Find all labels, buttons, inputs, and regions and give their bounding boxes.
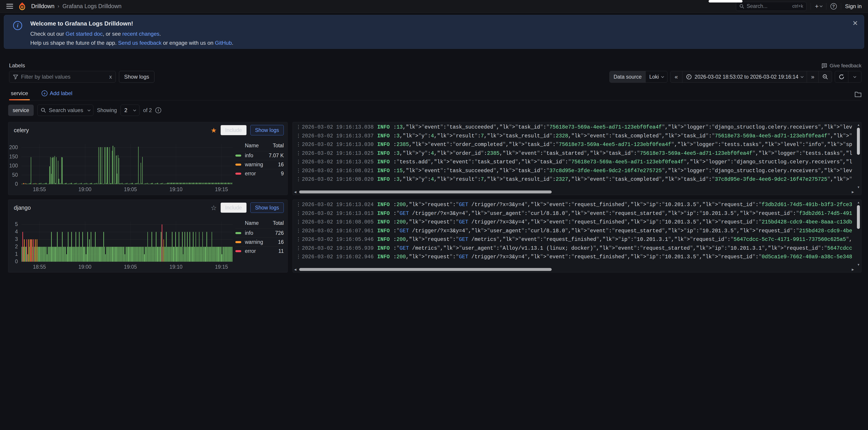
chart-bar (174, 183, 174, 184)
scroll-right-icon[interactable]: ▶ (852, 190, 855, 194)
log-line[interactable]: ⋮2026-03-02 19:16:13.024INFO{"lk">"code"… (296, 202, 852, 210)
time-range-picker[interactable]: 2026-03-02 18:53:02 to 2026-03-02 19:16:… (682, 71, 807, 82)
close-icon[interactable]: ✕ (852, 19, 858, 27)
log-line[interactable]: ⋮2026-03-02 19:16:13.037INFO{"lk">"x": 3… (296, 133, 852, 142)
log-volume-chart[interactable] (22, 222, 232, 262)
time-shift-forward-button[interactable]: » (807, 71, 818, 82)
search-values-select[interactable]: Search values (37, 105, 93, 116)
hamburger-menu-icon[interactable] (6, 4, 13, 8)
banner-link[interactable]: GitHub (215, 40, 232, 46)
showing-count-select[interactable]: 2 (121, 105, 140, 116)
log-line[interactable]: ⋮2026-03-02 19:16:05.939INFO{"lk">"reque… (296, 245, 852, 254)
refresh-interval-dropdown[interactable] (848, 71, 861, 82)
kebab-menu-icon[interactable]: ⋮ (296, 236, 302, 242)
search-values-placeholder: Search values (49, 107, 85, 113)
kebab-menu-icon[interactable]: ⋮ (296, 133, 302, 139)
legend-row[interactable]: warning16 (236, 160, 284, 169)
add-new-button[interactable]: + (815, 3, 822, 10)
help-icon[interactable]: ? (831, 3, 837, 9)
clear-filter-icon[interactable]: x (109, 74, 112, 80)
banner-link[interactable]: Send us feedback (118, 40, 161, 46)
log-line[interactable]: ⋮2026-03-02 19:16:08.020INFO{"lk">"x": 3… (296, 176, 852, 185)
kebab-menu-icon[interactable]: ⋮ (296, 159, 302, 165)
legend-series-total: 16 (278, 239, 284, 245)
data-source-picker[interactable]: Data source Loki (609, 71, 668, 83)
scroll-right-icon[interactable]: ▶ (852, 268, 855, 271)
legend-row[interactable]: info7.07 K (236, 151, 284, 160)
legend-row[interactable]: error9 (236, 169, 284, 178)
log-volume-chart[interactable] (22, 144, 232, 184)
sign-in-button[interactable]: Sign in (845, 3, 862, 9)
kebab-menu-icon[interactable]: ⋮ (296, 150, 302, 156)
kebab-menu-icon[interactable]: ⋮ (296, 124, 302, 130)
scroll-up-icon[interactable]: ▲ (857, 123, 861, 127)
grafana-logo-icon[interactable] (18, 2, 26, 11)
log-line[interactable]: ⋮2026-03-02 19:16:08.021INFO{"lk">"durat… (296, 168, 852, 176)
time-shift-back-button[interactable]: « (671, 71, 682, 82)
scroll-left-icon[interactable]: ◀ (294, 268, 298, 271)
tab-service[interactable]: service (9, 90, 30, 100)
log-line[interactable]: ⋮2026-03-02 19:16:05.946INFO{"lk">"code"… (296, 236, 852, 245)
vertical-scroll-thumb[interactable] (857, 128, 860, 155)
show-logs-button[interactable]: Show logs (119, 71, 154, 83)
chart-bar (119, 247, 120, 262)
legend-header-name[interactable]: Name (236, 142, 273, 149)
vertical-scroll-thumb[interactable] (857, 205, 860, 229)
log-line[interactable]: ⋮2026-03-02 19:16:13.025INFO{"lk">"x": 3… (296, 150, 852, 159)
log-line[interactable]: ⋮2026-03-02 19:16:13.025INFO{"lk">"task"… (296, 159, 852, 168)
chart-bar (225, 247, 226, 262)
horizontal-scroll-thumb[interactable] (299, 191, 552, 193)
refresh-button[interactable] (835, 71, 848, 82)
include-button[interactable]: Include (220, 202, 247, 213)
kebab-menu-icon[interactable]: ⋮ (296, 210, 302, 217)
banner-link[interactable]: Get started doc (66, 31, 103, 37)
scroll-up-icon[interactable]: ▲ (857, 201, 861, 204)
favorite-star-icon[interactable]: ☆ (211, 204, 217, 212)
kebab-menu-icon[interactable]: ⋮ (296, 228, 302, 234)
info-circle-icon[interactable]: i (155, 107, 161, 113)
log-line[interactable]: ⋮2026-03-02 19:16:13.013INFO{"lk">"reque… (296, 210, 852, 219)
bookmarks-button[interactable] (855, 91, 862, 100)
legend-header-total[interactable]: Total (273, 220, 284, 226)
log-line[interactable]: ⋮2026-03-02 19:16:13.030INFO{"lk">"order… (296, 141, 852, 150)
panel-show-logs-button[interactable]: Show logs (250, 202, 284, 213)
horizontal-scroll-thumb[interactable] (299, 268, 552, 271)
panel-show-logs-button[interactable]: Show logs (250, 125, 284, 135)
kebab-menu-icon[interactable]: ⋮ (296, 176, 302, 183)
scroll-left-icon[interactable]: ◀ (294, 190, 298, 194)
legend-row[interactable]: warning16 (236, 237, 284, 246)
scroll-down-icon[interactable]: ▼ (857, 263, 861, 266)
chart-bar (143, 184, 144, 184)
label-chip: service (8, 105, 34, 116)
scroll-down-icon[interactable]: ▼ (857, 186, 861, 189)
favorite-star-icon[interactable]: ★ (211, 126, 217, 134)
give-feedback-link[interactable]: Give feedback (822, 63, 862, 69)
banner-link[interactable]: recent changes (122, 31, 159, 37)
search-input[interactable]: Search... ctrl+k (736, 2, 806, 11)
breadcrumb-app[interactable]: Drilldown (31, 3, 55, 9)
chart-bar (187, 232, 188, 262)
chart-bar (73, 184, 73, 184)
log-line[interactable]: ⋮2026-03-02 19:16:13.038INFO{"lk">"durat… (296, 124, 852, 133)
kebab-menu-icon[interactable]: ⋮ (296, 219, 302, 225)
kebab-menu-icon[interactable]: ⋮ (296, 202, 302, 208)
time-zoom-out-button[interactable] (818, 71, 832, 82)
add-label-button[interactable]: + Add label (41, 90, 72, 100)
legend-row[interactable]: info726 (236, 228, 284, 237)
label-filter-input[interactable]: Filter by label values x (9, 71, 116, 83)
kebab-menu-icon[interactable]: ⋮ (296, 168, 302, 174)
chart-bar (214, 247, 215, 262)
log-line[interactable]: ⋮2026-03-02 19:16:08.005INFO{"lk">"code"… (296, 219, 852, 228)
chart-bar (74, 184, 74, 184)
legend-row[interactable]: error11 (236, 246, 284, 256)
kebab-menu-icon[interactable]: ⋮ (296, 141, 302, 147)
chart-bar (36, 247, 37, 262)
log-line[interactable]: ⋮2026-03-02 19:16:02.946INFO{"lk">"code"… (296, 254, 852, 263)
kebab-menu-icon[interactable]: ⋮ (296, 254, 302, 260)
include-button[interactable]: Include (220, 125, 247, 135)
legend-header-name[interactable]: Name (236, 220, 273, 226)
kebab-menu-icon[interactable]: ⋮ (296, 245, 302, 251)
legend-header-total[interactable]: Total (273, 142, 284, 149)
log-line[interactable]: ⋮2026-03-02 19:16:07.961INFO{"lk">"reque… (296, 228, 852, 237)
chart-bar (127, 183, 127, 184)
